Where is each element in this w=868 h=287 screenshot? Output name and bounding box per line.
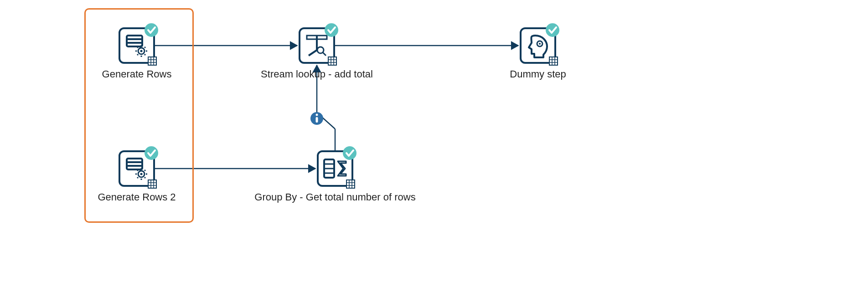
grid-corner-icon [346, 180, 355, 188]
generate-rows-label: Generate Rows [102, 68, 172, 80]
svg-line-20 [145, 47, 145, 48]
svg-rect-8 [316, 117, 318, 123]
success-check-icon [343, 146, 356, 160]
dummy-step-node[interactable] [521, 23, 559, 65]
success-check-icon [546, 23, 559, 37]
svg-rect-23 [148, 57, 156, 65]
success-check-icon [145, 146, 158, 160]
grid-corner-icon [148, 180, 156, 188]
svg-rect-43 [148, 180, 156, 188]
svg-point-28 [145, 23, 158, 37]
success-check-icon [145, 23, 158, 37]
svg-line-39 [137, 170, 138, 171]
svg-point-14 [140, 50, 143, 52]
svg-rect-75 [549, 57, 558, 65]
svg-line-41 [137, 177, 138, 178]
svg-point-60 [325, 23, 338, 37]
info-badge-icon [310, 112, 323, 125]
svg-line-21 [137, 54, 138, 55]
svg-line-22 [145, 54, 145, 55]
svg-point-74 [539, 43, 541, 45]
generate-rows-2-node[interactable] [119, 146, 158, 188]
generate-rows-node[interactable] [119, 23, 158, 65]
svg-point-71 [343, 146, 356, 160]
svg-line-42 [145, 177, 145, 178]
grid-corner-icon [328, 57, 336, 65]
svg-line-40 [145, 170, 145, 171]
dummy-step-label: Dummy step [510, 68, 566, 80]
svg-line-19 [137, 47, 138, 48]
svg-rect-66 [346, 180, 355, 188]
svg-rect-55 [328, 57, 336, 65]
grid-corner-icon [148, 57, 156, 65]
diagram-canvas [0, 0, 868, 287]
stream-lookup-label: Stream lookup - add total [261, 68, 373, 80]
svg-point-34 [140, 173, 143, 175]
svg-point-7 [316, 114, 318, 116]
svg-point-48 [145, 146, 158, 160]
success-check-icon [325, 23, 338, 37]
stream-lookup-node[interactable] [300, 23, 338, 65]
generate-rows-2-label: Generate Rows 2 [98, 191, 176, 203]
svg-point-80 [546, 23, 559, 37]
group-by-node[interactable] [318, 146, 356, 188]
group-by-label: Group By - Get total number of rows [254, 191, 415, 203]
grid-corner-icon [549, 57, 558, 65]
